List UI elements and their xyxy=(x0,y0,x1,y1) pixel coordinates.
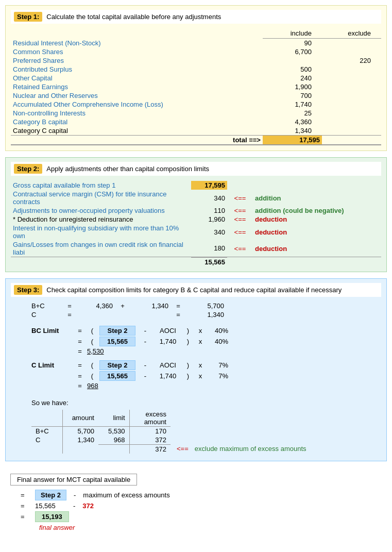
step1-row-exclude xyxy=(322,47,381,56)
final-row-3: = 15,193 xyxy=(21,511,387,522)
step1-row: Non-controlling Interests 25 xyxy=(11,109,381,118)
step2-table: Gross capital available from step 1 17,5… xyxy=(11,181,381,266)
step1-row-label: Contributed Surplus xyxy=(11,65,263,74)
c-limit-header: C Limit = ( Step 2 - AOCI ) x 7% xyxy=(31,360,381,370)
step2-section: Step 2: Apply adjustments other than cap… xyxy=(5,157,387,272)
c-row: C = = 1,340 xyxy=(31,311,381,319)
step1-row-label: Category C capital xyxy=(11,126,263,136)
sowe-amount: 1,340 xyxy=(62,436,98,445)
final-row-2: = 15,565 - 372 xyxy=(21,502,387,510)
step2-row-desc: deduction xyxy=(253,224,381,240)
step2-row: * Deduction for unregistered reinsurance… xyxy=(11,215,381,224)
so-we-have-row: B+C 5,700 5,530 170 xyxy=(31,426,311,436)
step3-section: Step 3: Check capital composition limits… xyxy=(5,278,387,461)
step1-row: Common Shares 6,700 xyxy=(11,47,381,56)
step2-row-desc: addition (could be negative) xyxy=(253,206,381,215)
step1-badge: Step 1: xyxy=(14,12,42,22)
final-max-desc: maximum of excess amounts xyxy=(83,491,169,499)
step1-row-label: Residual Interest (Non-Stock) xyxy=(11,39,263,48)
step1-row: Contributed Surplus 500 xyxy=(11,65,381,74)
c-limit-values: = ( 15,565 - 1,740 ) x 7% xyxy=(31,371,381,381)
step3-bc-calc: B+C = 4,360 + 1,340 = 5,700 C = = 1,340 … xyxy=(11,302,381,454)
step2-row-label: Contractual service margin (CSM) for tit… xyxy=(11,190,191,206)
col-amount: amount xyxy=(62,410,98,427)
bc-step2-val: 15,565 xyxy=(99,337,135,346)
step1-row-label: Common Shares xyxy=(11,47,263,56)
step1-row-include: 1,740 xyxy=(263,100,322,109)
sowe-limit: 5,530 xyxy=(98,426,129,436)
step2-row-label: Gains/Losses from changes in own credit … xyxy=(11,240,191,257)
final-calc: = Step 2 - maximum of excess amounts = 1… xyxy=(21,490,387,531)
step2-row-label: Gross capital available from step 1 xyxy=(11,181,191,190)
c-label: C xyxy=(31,311,62,319)
step1-row-label: Retained Earnings xyxy=(11,82,263,91)
step1-description: Calculate the total capital available be… xyxy=(46,13,221,21)
step2-row-desc xyxy=(253,181,381,190)
step1-row-exclude xyxy=(322,91,381,100)
step1-row-exclude xyxy=(322,109,381,118)
step2-row-arrow: <== xyxy=(227,190,253,206)
step1-row: Category C capital 1,340 xyxy=(11,126,381,136)
step2-row-arrow: <== xyxy=(227,224,253,240)
final-eq1: = xyxy=(21,491,31,499)
step1-row: Category B capital 4,360 xyxy=(11,118,381,126)
bc-label: B+C xyxy=(31,302,62,310)
step2-row: Adjustments to owner-occupied property v… xyxy=(11,206,381,215)
step2-row-desc: deduction xyxy=(253,215,381,224)
step2-row: Gains/Losses from changes in own credit … xyxy=(11,240,381,257)
step2-row-val: 180 xyxy=(191,240,227,257)
final-val2: 372 xyxy=(82,502,94,510)
step1-row-include: 6,700 xyxy=(263,47,322,56)
step1-row-include: 25 xyxy=(263,109,322,118)
final-row-1: = Step 2 - maximum of excess amounts xyxy=(21,490,387,500)
final-step2-ref: Step 2 xyxy=(35,490,66,500)
step1-row-exclude xyxy=(322,82,381,91)
sowe-label: B+C xyxy=(31,426,62,436)
step1-row: Accumulated Other Comprehensive Income (… xyxy=(11,100,381,109)
step1-row-label: Category B capital xyxy=(11,118,263,126)
so-we-have-row: C 1,340 968 372 xyxy=(31,436,311,445)
step1-row-exclude xyxy=(322,74,381,82)
bc-row: B+C = 4,360 + 1,340 = 5,700 xyxy=(31,302,381,310)
step2-row-label: Interest in non-qualifying subsidiary wi… xyxy=(11,224,191,240)
step2-row: Contractual service margin (CSM) for tit… xyxy=(11,190,381,206)
step1-row: Nuclear and Other Reserves 700 xyxy=(11,91,381,100)
step2-total-row: 15,565 xyxy=(11,257,381,266)
step3-header: Step 3: Check capital composition limits… xyxy=(11,283,381,297)
step2-row: Interest in non-qualifying subsidiary wi… xyxy=(11,224,381,240)
sowe-excess: 170 xyxy=(129,426,171,436)
step2-row-desc: deduction xyxy=(253,240,381,257)
step1-row-exclude xyxy=(322,65,381,74)
step1-row-exclude xyxy=(322,126,381,136)
step1-row-exclude: 220 xyxy=(322,56,381,65)
step1-row: Residual Interest (Non-Stock) 90 xyxy=(11,39,381,48)
c-step2-val: 15,565 xyxy=(99,371,135,381)
c-limit-label: C Limit xyxy=(31,361,73,369)
step2-row-val: 340 xyxy=(191,224,227,240)
c-step2-ref1: Step 2 xyxy=(99,360,135,370)
col-exclude: exclude xyxy=(322,29,381,39)
so-we-have-section: So we have: amount limit excessamount B+… xyxy=(31,399,381,454)
step1-row-label: Accumulated Other Comprehensive Income (… xyxy=(11,100,263,109)
step1-row-include: 1,900 xyxy=(263,82,322,91)
bc-limit-result: = 5,530 xyxy=(31,347,381,355)
step1-table: include exclude Residual Interest (Non-S… xyxy=(11,29,381,145)
step2-row-val: 1,960 xyxy=(191,215,227,224)
excess-desc: exclude maximum of excess amounts xyxy=(193,444,311,454)
so-we-have-table: amount limit excessamount B+C 5,700 5,53… xyxy=(31,410,311,454)
step1-row-exclude xyxy=(322,118,381,126)
final-result: 15,193 xyxy=(35,511,69,522)
step1-total-value: 17,595 xyxy=(263,136,322,145)
step1-header: Step 1: Calculate the total capital avai… xyxy=(11,10,381,24)
bc-limit-header: BC Limit = ( Step 2 - AOCI ) x 40% xyxy=(31,326,381,336)
step2-row-desc: addition xyxy=(253,190,381,206)
bc-step2-ref1: Step 2 xyxy=(99,326,135,336)
step1-row-include xyxy=(263,56,322,65)
step1-section: Step 1: Calculate the total capital avai… xyxy=(5,5,387,151)
so-we-have-label: So we have: xyxy=(31,399,381,407)
step2-row-arrow: <== xyxy=(227,215,253,224)
step1-row-label: Non-controlling Interests xyxy=(11,109,263,118)
step1-row-exclude xyxy=(322,39,381,48)
final-answer-section: Final answer for MCT capital available =… xyxy=(5,467,387,531)
step1-row-label: Nuclear and Other Reserves xyxy=(11,91,263,100)
